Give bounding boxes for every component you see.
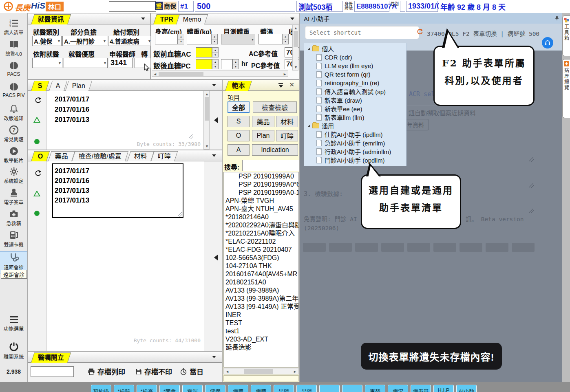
tab-plan[interactable]: Plan [65, 81, 92, 91]
sidebar-item-settings[interactable]: 系統設定 [0, 166, 27, 184]
save-print-button[interactable]: 存檔列印 [87, 366, 125, 377]
temperature-stepper[interactable]: ▲▼ [282, 34, 289, 44]
tab-orders[interactable]: 醫囑開立 [31, 352, 71, 363]
filter-exam-button[interactable]: 檢查檢驗 [253, 101, 297, 113]
branch-button[interactable]: 林口 [46, 2, 64, 11]
shortcut-select-input[interactable] [305, 26, 419, 39]
tab-s[interactable]: S [31, 81, 49, 91]
tab-visit-info[interactable]: 就醫資訊 [31, 14, 71, 24]
filter-all-button[interactable]: 全部 [228, 101, 250, 113]
bottom-button[interactable]: *檢查 [137, 385, 157, 392]
sidebar-item-tutorials[interactable]: 教學影片 [0, 146, 27, 164]
list-item[interactable]: APN-臺大 NTUH_AV45 [224, 205, 298, 213]
collapse-arrow-icon[interactable] [212, 154, 216, 157]
scrollbar-thumb[interactable] [159, 72, 203, 76]
scrollbar-thumb[interactable] [294, 31, 298, 47]
pc-glucose-stepper[interactable]: ▲▼ [212, 59, 219, 69]
list-item[interactable]: APN-榮總 TVGH [224, 197, 298, 205]
scrollbar-thumb[interactable] [244, 369, 273, 374]
today-button[interactable]: 當日 [179, 366, 203, 377]
auto-hide-arrow-icon[interactable] [279, 85, 283, 88]
weight-stepper[interactable]: ▲▼ [211, 34, 218, 44]
resize-handle-icon[interactable] [178, 212, 182, 217]
dependent-visit-select[interactable]: ▾ [32, 58, 62, 68]
reporting-doctor-input[interactable]: 3141 [109, 58, 133, 68]
height-stepper[interactable]: ▲▼ [178, 34, 184, 44]
pc-glucose-input[interactable] [196, 59, 212, 69]
pc-hours-input[interactable] [221, 59, 232, 69]
green-dot-icon[interactable] [34, 211, 40, 216]
refresh-icon[interactable] [416, 29, 423, 35]
sidebar-item-patient-list[interactable]: 123 病人清單 [0, 18, 27, 36]
bottom-button[interactable]: 出院 [274, 385, 294, 392]
bottom-button[interactable]: 病歷 [228, 385, 248, 392]
refresh-icon[interactable] [34, 97, 42, 106]
tree-item[interactable]: 門診AI小助手 (opdllm) [304, 156, 406, 164]
bottom-button[interactable]: 病患基 [411, 385, 431, 392]
o-note-textarea[interactable]: 2017/01/17 2017/01/16 2017/01/13 2017/01… [52, 163, 183, 218]
filter-material-button[interactable]: 材料 [276, 116, 298, 127]
tree-item[interactable]: LLM eye (llm eye) [304, 62, 406, 70]
tree-item[interactable]: CDR (cdr) [304, 53, 406, 62]
list-item[interactable]: AV133 (99-3989A)第二年 [224, 295, 298, 303]
scrollbar-thumb[interactable] [205, 97, 209, 121]
sidebar-item-pacs-piv[interactable]: PACS PIV [0, 82, 27, 98]
sidebar-item-card-reader[interactable]: 雙讀卡機 [0, 230, 27, 248]
tab-template[interactable]: 範本 [225, 81, 252, 91]
list-item[interactable]: 延長造影 [224, 344, 298, 352]
sidebar-item-esignature[interactable]: 電子簽章 [0, 187, 27, 205]
sidebar-item-exit[interactable]: 離開系統 [0, 341, 27, 360]
tree-item[interactable]: 行政AI小助手 (adminllm) [304, 147, 406, 156]
tree-item[interactable]: 新表單 (draw) [304, 96, 406, 104]
dock-tab-chart-overview[interactable]: 病歷總覽 [562, 59, 570, 118]
list-item[interactable]: 102-5665A3(FDG) [224, 254, 298, 262]
sidebar-item-overview[interactable]: 總覽4.0 [0, 39, 27, 57]
filter-plan-button[interactable]: Plan [252, 130, 274, 141]
voice-assistant-button[interactable] [542, 37, 553, 48]
auto-hide-icon[interactable] [278, 83, 283, 84]
list-item[interactable]: *202102215A0睡眠介入 [224, 229, 298, 238]
dock-tab-toolbox[interactable]: 工具箱 [562, 15, 570, 56]
list-item[interactable]: *201802146A0 [224, 213, 298, 221]
tab-exams[interactable]: 檢查/檢驗/處置 [72, 151, 128, 161]
sidebar-item-function-menu[interactable]: 功能選單 [0, 315, 27, 333]
collapse-arrow-icon[interactable] [141, 18, 145, 20]
tree-item[interactable]: 傳入語音輸入測試 (sp) [304, 87, 406, 96]
tree-item[interactable]: 住院AI小助手 (ipdllm) [304, 130, 406, 139]
bottom-button[interactable] [319, 385, 340, 392]
template-horizontal-scrollbar[interactable]: ◄► [223, 368, 299, 374]
tab-drugs[interactable]: 藥品 [48, 151, 75, 161]
sidebar-item-release-notes[interactable]: 改版通知 [0, 104, 27, 121]
triangle-marker-icon[interactable] [33, 117, 40, 125]
tab-materials[interactable]: 材料 [127, 151, 154, 161]
list-item[interactable]: PSP 201901999A0-1 [224, 189, 298, 197]
bottom-button[interactable]: H.I.P [433, 385, 454, 392]
ac-glucose-input[interactable] [196, 47, 212, 57]
bottom-button[interactable]: 病況 [388, 385, 408, 392]
list-item[interactable]: V203-AD_EXT [224, 335, 298, 344]
bottom-button[interactable]: 專替 [365, 385, 385, 392]
bottom-button[interactable]: 出院 [296, 385, 317, 392]
pin-icon[interactable] [554, 15, 560, 22]
orders-input[interactable] [31, 366, 74, 377]
visit-type-select[interactable]: A.健保▾ [32, 36, 62, 46]
collapse-left-icon[interactable] [214, 117, 218, 123]
list-item[interactable]: AV133 [99-4149A) 正常受 [224, 303, 298, 311]
bottom-button[interactable]: 病歷 [251, 385, 271, 392]
bottom-button[interactable]: 預約掛 [91, 385, 111, 392]
tab-o[interactable]: O [31, 151, 50, 161]
list-item[interactable]: test1 [224, 327, 298, 335]
filter-s-button[interactable]: S [228, 116, 250, 127]
bottom-button[interactable]: *檢驗 [114, 385, 134, 392]
sidebar-item-first-aid[interactable]: 急救箱 [0, 209, 27, 227]
save-noprint-button[interactable]: 存檔不印 [135, 366, 172, 377]
tpr-vertical-scrollbar[interactable]: ▲▼ [292, 25, 298, 70]
refresh-icon[interactable] [34, 170, 42, 179]
list-item[interactable]: PSP 201901999A0*6 [224, 181, 298, 189]
close-icon[interactable]: ✕ [289, 81, 294, 88]
payment-type-select[interactable]: 4.普通疾病▾ [108, 36, 152, 46]
height-input[interactable] [155, 34, 178, 44]
tree-item[interactable]: QR test form (qr) [304, 70, 406, 79]
tree-folder-personal[interactable]: 個人 [304, 44, 406, 53]
bottom-button[interactable]: AI小助 [456, 385, 477, 392]
